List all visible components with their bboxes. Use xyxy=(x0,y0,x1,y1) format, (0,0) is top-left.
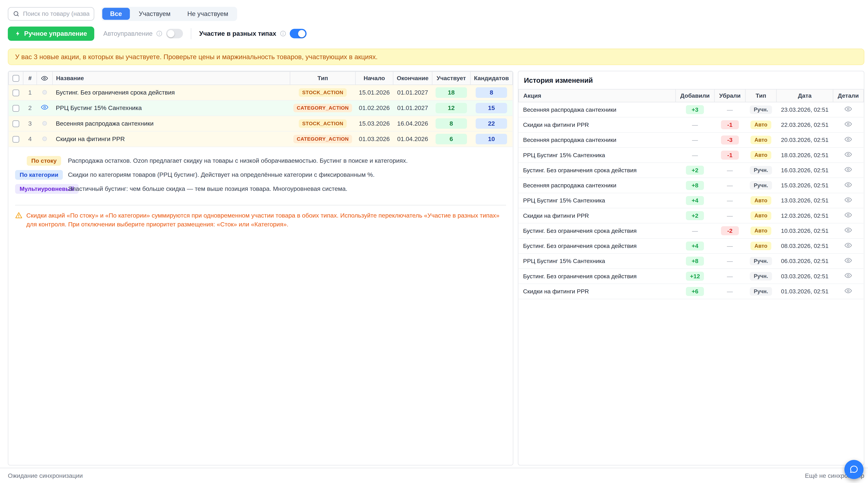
change-type-badge: Авто xyxy=(750,212,771,220)
main-area: # Название Тип Начало Окончание Участвуе… xyxy=(8,71,864,465)
change-date: 03.03.2026, 02:51 xyxy=(776,269,833,284)
action-row[interactable]: 3Весенняя распродажа сантехникиSTOCK_ACT… xyxy=(9,116,513,131)
type-cell: Авто xyxy=(745,132,776,148)
no-added: — xyxy=(692,136,698,143)
details-eye-icon[interactable] xyxy=(844,213,852,220)
details-eye-icon[interactable] xyxy=(844,107,852,114)
details-eye-icon[interactable] xyxy=(844,153,852,159)
history-action-name: Весенняя распродажа сантехники xyxy=(519,102,676,117)
removed-count-badge: -1 xyxy=(721,120,739,129)
info-icon[interactable] xyxy=(156,30,163,37)
details-eye-icon[interactable] xyxy=(844,183,852,190)
details-cell xyxy=(833,148,864,163)
legend-text: Распродажа остатков. Ozon предлагает ски… xyxy=(68,156,408,164)
filter-participating-button[interactable]: Участвуем xyxy=(131,8,178,20)
visibility-cell xyxy=(37,131,53,147)
added-cell: +8 xyxy=(676,178,714,193)
manual-control-label: Ручное управление xyxy=(24,30,87,37)
row-checkbox[interactable] xyxy=(12,105,19,112)
history-row: Бустинг. Без ограничения срока действия+… xyxy=(519,163,864,178)
history-row: Бустинг. Без ограничения срока действия+… xyxy=(519,238,864,254)
type-cell: Авто xyxy=(745,238,776,254)
end-date: 16.04.2026 xyxy=(393,116,432,131)
end-date: 01.01.2027 xyxy=(393,85,432,100)
added-cell: +12 xyxy=(676,269,714,284)
chat-fab-button[interactable] xyxy=(844,460,864,479)
warning-text: Скидки акций «По стоку» и «По категории»… xyxy=(26,211,506,229)
manual-control-button[interactable]: Ручное управление xyxy=(8,27,94,41)
select-all-checkbox[interactable] xyxy=(12,75,19,82)
eye-icon[interactable] xyxy=(41,105,48,112)
participates-count: 12 xyxy=(436,103,467,113)
status-bar: Ожидание синхронизации Ещё не синхронизи… xyxy=(0,468,868,483)
added-count-badge: +4 xyxy=(686,242,704,251)
search-box[interactable] xyxy=(8,7,94,21)
action-row[interactable]: 1Бустинг. Без ограничения срока действия… xyxy=(9,85,513,100)
filter-not-participating-button[interactable]: Не участвуем xyxy=(180,8,236,20)
details-eye-icon[interactable] xyxy=(844,228,852,235)
change-type-badge: Авто xyxy=(750,151,771,159)
details-eye-icon[interactable] xyxy=(844,137,852,144)
details-cell xyxy=(833,284,864,299)
change-type-badge: Авто xyxy=(750,136,771,144)
details-eye-icon[interactable] xyxy=(844,289,852,296)
actions-panel: # Название Тип Начало Окончание Участвуе… xyxy=(8,71,513,465)
change-date: 10.03.2026, 02:51 xyxy=(776,223,833,238)
checkbox-cell xyxy=(9,116,23,131)
added-cell: — xyxy=(676,148,714,163)
row-checkbox[interactable] xyxy=(12,136,19,143)
change-type-badge: Ручн. xyxy=(750,257,772,265)
col-end: Окончание xyxy=(393,71,432,85)
change-type-badge: Ручн. xyxy=(750,105,772,114)
no-removed: — xyxy=(727,258,733,264)
details-eye-icon[interactable] xyxy=(844,244,852,250)
candidates-cell: 15 xyxy=(470,100,513,116)
eye-off-icon[interactable] xyxy=(42,90,47,95)
action-row[interactable]: 2РРЦ Бустинг 15% СантехникаCATEGORY_ACTI… xyxy=(9,100,513,116)
details-eye-icon[interactable] xyxy=(844,198,852,205)
type-cell: CATEGORY_ACTION xyxy=(290,100,355,116)
info-icon[interactable] xyxy=(280,30,286,37)
added-count-badge: +3 xyxy=(686,105,704,114)
history-row: Бустинг. Без ограничения срока действия+… xyxy=(519,269,864,284)
candidates-cell: 22 xyxy=(470,116,513,131)
details-eye-icon[interactable] xyxy=(844,168,852,174)
action-name: Весенняя распродажа сантехники xyxy=(53,116,290,131)
auto-control-toggle[interactable] xyxy=(166,29,183,38)
change-date: 06.03.2026, 02:51 xyxy=(776,254,833,268)
added-cell: — xyxy=(676,223,714,238)
action-row[interactable]: 4Скидки на фитинги PPRCATEGORY_ACTION01.… xyxy=(9,131,513,147)
content: Все Участвуем Не участвуем Ручное управл… xyxy=(0,0,868,468)
details-eye-icon[interactable] xyxy=(844,259,852,265)
row-checkbox[interactable] xyxy=(12,90,19,96)
history-action-name: Скидки на фитинги PPR xyxy=(519,117,676,132)
no-removed: — xyxy=(727,167,733,173)
details-eye-icon[interactable] xyxy=(844,122,852,129)
eye-off-icon[interactable] xyxy=(42,121,47,126)
removed-count-badge: -1 xyxy=(721,151,739,160)
history-action-name: РРЦ Бустинг 15% Сантехника xyxy=(519,193,676,208)
multi-type-toggle[interactable] xyxy=(290,29,307,38)
eye-off-icon[interactable] xyxy=(42,136,47,141)
details-eye-icon[interactable] xyxy=(844,274,852,280)
row-number: 4 xyxy=(23,131,37,147)
row-checkbox[interactable] xyxy=(12,120,19,127)
added-cell: +6 xyxy=(676,284,714,299)
no-removed: — xyxy=(727,288,733,295)
auto-control-group: Автоуправление xyxy=(103,29,183,38)
history-panel: История изменений Акция Добавили Убрали … xyxy=(518,71,864,465)
multi-type-group: Участие в разных типах xyxy=(199,29,307,38)
change-date: 16.03.2026, 02:51 xyxy=(776,163,833,178)
toolbar-row-1: Все Участвуем Не участвуем xyxy=(8,7,864,21)
sync-status-left: Ожидание синхронизации xyxy=(8,472,83,479)
participates-count: 18 xyxy=(436,87,467,98)
search-input[interactable] xyxy=(23,10,89,18)
details-cell xyxy=(833,208,864,223)
history-action-name: Бустинг. Без ограничения срока действия xyxy=(519,223,676,238)
row-number: 2 xyxy=(23,100,37,116)
end-date: 01.01.2027 xyxy=(393,100,432,116)
legend-badge: По стоку xyxy=(27,156,61,165)
history-action-name: Бустинг. Без ограничения срока действия xyxy=(519,163,676,178)
filter-all-button[interactable]: Все xyxy=(102,8,130,20)
removed-cell: -1 xyxy=(714,148,745,163)
